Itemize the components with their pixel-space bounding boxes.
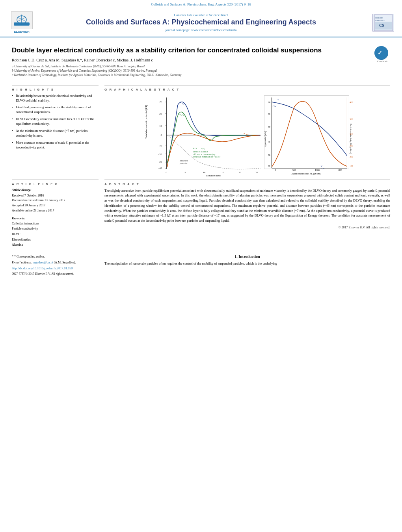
article-available: Available online 23 January 2017 xyxy=(12,208,99,213)
crossmark-label: CrossMark xyxy=(374,60,390,63)
doi-line: http://dx.doi.org/10.1016/j.colsurfa.201… xyxy=(12,266,99,271)
svg-text:65: 65 xyxy=(268,165,270,167)
chart-container: Total electrostatic potential [kT] 30 20… xyxy=(104,94,390,176)
homepage-url[interactable]: www.elsevier.com/locate/colsurfa xyxy=(191,28,236,32)
affiliation-b: b University of Aveiro, Department of Ma… xyxy=(12,69,368,73)
affiliation-a: a University of Caxias do Sul, Instituto… xyxy=(12,64,368,69)
keyword-1: Colloidal interactions xyxy=(12,221,99,226)
article-authors: Robinson C.D. Cruz a, Ana M. Segadães b,… xyxy=(12,58,368,62)
svg-text:30: 30 xyxy=(159,100,162,103)
svg-text:-10: -10 xyxy=(158,144,162,146)
highlight-item-3: DLVO secondary attractive minimum lies a… xyxy=(12,117,99,126)
highlights-list: Relationship between particle electrical… xyxy=(12,94,99,150)
svg-text:Liquid conductivity, KL [μS/cm: Liquid conductivity, KL [μS/cm] xyxy=(291,172,320,175)
article-info-left: A R T I C L E I N F O Article history: R… xyxy=(12,180,99,248)
svg-text:300: 300 xyxy=(350,133,353,135)
email-name: (A.M. Segadães). xyxy=(54,261,76,264)
svg-text:70: 70 xyxy=(268,154,270,156)
svg-text:ζ–potential [mV]: ζ–potential [mV] xyxy=(264,131,267,146)
svg-text:potential: potential xyxy=(180,162,188,165)
svg-text:distance [nm]: distance [nm] xyxy=(206,174,221,176)
affiliation-c: c Karlsruhe Institute of Technology, Ins… xyxy=(12,73,368,77)
elsevier-text: ELSEVIER xyxy=(14,30,30,33)
svg-text:25: 25 xyxy=(255,171,258,174)
svg-text:75: 75 xyxy=(268,141,270,143)
svg-text:particles stand at: particles stand at xyxy=(193,150,208,153)
corresponding-author-note: * * Corresponding author. xyxy=(12,254,99,259)
journal-citation-link[interactable]: Colloids and Surfaces A: Physicochem. En… xyxy=(151,2,251,6)
introduction-section: 1. Introduction The manipulation of nano… xyxy=(104,254,390,276)
svg-text:Total electrostatic potential : Total electrostatic potential [kT] xyxy=(145,105,148,139)
introduction-title: 1. Introduction xyxy=(104,254,390,259)
keyword-5: Alumina xyxy=(12,242,99,248)
keywords-list: Colloidal interactions Particle conducti… xyxy=(12,221,99,248)
article-title-section: Double layer electrical conductivity as … xyxy=(12,41,390,81)
introduction-text: The manipulation of nanoscale particles … xyxy=(104,261,390,266)
keyword-4: Electrokinetics xyxy=(12,237,99,243)
page: Colloids and Surfaces A: Physicochem. En… xyxy=(0,0,402,532)
svg-text:K: K xyxy=(180,101,182,104)
crossmark-icon: ✓ xyxy=(374,46,388,60)
article-history-label: Article history: xyxy=(12,188,99,192)
crossmark-logo[interactable]: ✓ CrossMark xyxy=(374,46,390,63)
svg-text:20: 20 xyxy=(238,171,241,174)
graphical-abstract-section: G R A P H I C A L A B S T R A C T Total … xyxy=(104,85,390,176)
svg-text:SURFACES A: SURFACES A xyxy=(375,19,385,21)
chart-svg: Total electrostatic potential [kT] 30 20… xyxy=(104,94,390,176)
right-logo-icon: COLLOIDS SURFACES A CS xyxy=(372,14,394,32)
svg-text:A: K: A: K xyxy=(193,147,197,150)
svg-text:90: 90 xyxy=(268,101,270,104)
footnote-star: * xyxy=(12,255,13,258)
svg-text:Particle conductivity, Kp [μS/: Particle conductivity, Kp [μS/cm] xyxy=(349,124,352,154)
svg-text:COLLOIDS: COLLOIDS xyxy=(375,17,383,19)
svg-text:~17 nm, at the secondary: ~17 nm, at the secondary xyxy=(193,153,216,155)
article-info-header: A R T I C L E I N F O xyxy=(12,180,99,186)
svg-text:10: 10 xyxy=(203,171,205,174)
svg-text:CS: CS xyxy=(379,23,384,28)
svg-text:85: 85 xyxy=(268,112,270,115)
svg-text:200: 200 xyxy=(350,156,353,158)
keyword-3: DLVO xyxy=(12,232,99,237)
svg-text:-40: -40 xyxy=(158,167,162,169)
svg-text:20: 20 xyxy=(159,112,162,115)
keywords-label: Keywords: xyxy=(12,217,99,220)
top-bar: Colloids and Surfaces A: Physicochem. En… xyxy=(0,0,402,8)
sciencedirect-link[interactable]: ScienceDirect xyxy=(209,13,228,17)
svg-text:K: K xyxy=(178,112,180,115)
abstract-header: A B S T R A C T xyxy=(104,180,390,186)
abstract-section: A B S T R A C T The slightly attractive … xyxy=(104,180,390,248)
journal-logo-right: COLLOIDS SURFACES A CS xyxy=(367,14,394,32)
issn-line: 0927-7757/© 2017 Elsevier B.V. All right… xyxy=(12,272,99,276)
article-content: Double layer electrical conductivity as … xyxy=(0,37,402,280)
journal-header: ELSEVIER Contents lists available at Sci… xyxy=(0,8,402,37)
journal-homepage: journal homepage: www.elsevier.com/locat… xyxy=(35,28,367,32)
email-address[interactable]: segadaes@ua.pt xyxy=(33,261,53,264)
doi-link[interactable]: http://dx.doi.org/10.1016/j.colsurfa.201… xyxy=(12,267,73,270)
highlight-item-1: Relationship between particle electrical… xyxy=(12,94,99,103)
highlight-item-5: More accurate measurement of static ζ–po… xyxy=(12,141,99,150)
svg-text:500: 500 xyxy=(292,169,296,171)
article-received: Received 7 October 2016 xyxy=(12,193,99,198)
email-line: E-mail address: segadaes@ua.pt (A.M. Seg… xyxy=(12,260,99,265)
copyright-line: © 2017 Elsevier B.V. All rights reserved… xyxy=(104,226,390,229)
article-accepted: Accepted 20 January 2017 xyxy=(12,203,99,208)
svg-text:0: 0 xyxy=(275,169,276,171)
svg-text:attractive minimum of ~1.5 kT: attractive minimum of ~1.5 kT xyxy=(193,156,221,158)
svg-text:10: 10 xyxy=(159,124,162,127)
svg-text:400: 400 xyxy=(350,101,353,104)
svg-text:-20: -20 xyxy=(158,152,162,155)
svg-text:80: 80 xyxy=(268,126,270,128)
highlight-item-4: At the minimum reversible distance (~7 n… xyxy=(12,129,99,138)
svg-text:1000: 1000 xyxy=(315,169,320,171)
svg-text:attractive: attractive xyxy=(180,159,188,161)
highlights-section: H I G H L I G H T S Relationship between… xyxy=(12,85,99,176)
article-title-text: Double layer electrical conductivity as … xyxy=(12,46,368,78)
article-main-title: Double layer electrical conductivity as … xyxy=(12,46,368,55)
elsevier-logo-block: ELSEVIER xyxy=(8,11,35,33)
highlight-item-2: Identified processing window for the sta… xyxy=(12,105,99,115)
graphical-abstract-header: G R A P H I C A L A B S T R A C T xyxy=(104,85,390,91)
contents-label: Contents lists available at xyxy=(174,13,208,17)
svg-text:350: 350 xyxy=(350,118,353,120)
svg-text:-30: -30 xyxy=(158,160,162,163)
journal-title-block: Contents lists available at ScienceDirec… xyxy=(35,13,367,32)
